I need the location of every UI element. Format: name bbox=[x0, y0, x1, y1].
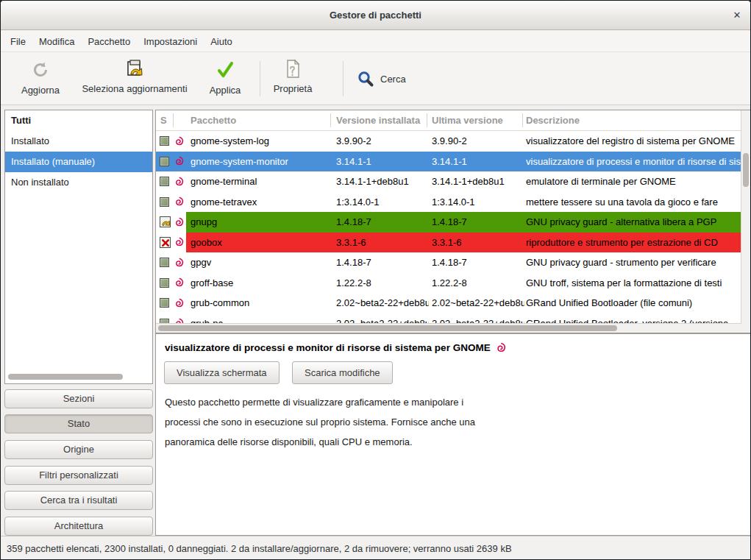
filter-item-installato-manuale[interactable]: Installato (manuale) bbox=[5, 152, 152, 172]
filter-item-installato[interactable]: Installato bbox=[5, 131, 152, 152]
download-changelog-button[interactable]: Scarica modifiche bbox=[292, 361, 393, 384]
col-header-installed-version[interactable]: Versione installata bbox=[336, 110, 426, 130]
origin-button[interactable]: Origine bbox=[4, 440, 153, 459]
debian-swirl-icon bbox=[174, 131, 186, 152]
properties-button[interactable]: Proprietà bbox=[267, 58, 318, 99]
installed-status-icon bbox=[160, 298, 169, 308]
toolbar-separator bbox=[260, 61, 260, 96]
filter-list-hscrollbar-thumb[interactable] bbox=[8, 374, 123, 380]
table-vscrollbar bbox=[741, 110, 750, 333]
col-header-status[interactable]: S bbox=[160, 110, 172, 130]
mark-all-upgrades-button[interactable]: Seleziona aggiornamenti bbox=[73, 58, 196, 99]
menu-impostazioni[interactable]: Impostazioni bbox=[137, 31, 204, 52]
installed-version: 1.4.18-7 bbox=[336, 212, 429, 233]
package-row[interactable]: grub-common2.02~beta2-22+deb8u12.02~beta… bbox=[156, 293, 741, 313]
search-button[interactable]: Cerca bbox=[351, 67, 412, 91]
main-area: Tutti Installato Installato (manuale) No… bbox=[1, 105, 750, 536]
apply-button[interactable]: Applica bbox=[201, 58, 249, 99]
architecture-button[interactable]: Architettura bbox=[4, 517, 153, 536]
menubar: File Modifica Pacchetto Impostazioni Aiu… bbox=[1, 31, 750, 52]
debian-swirl-icon bbox=[174, 171, 186, 192]
installed-status-icon bbox=[160, 258, 169, 267]
package-description: GNU troff, sistema per la formattazione … bbox=[526, 273, 741, 294]
latest-version: 2.02~beta2-22+deb8u1 bbox=[432, 293, 524, 313]
statusbar: 359 pacchetti elencati, 2300 installati,… bbox=[1, 536, 750, 560]
menu-file[interactable]: File bbox=[4, 31, 32, 52]
package-row[interactable]: groff-base1.22.2-81.22.2-8GNU troff, sis… bbox=[156, 273, 741, 294]
filter-item-tutti[interactable]: Tutti bbox=[5, 110, 152, 131]
col-header-package[interactable]: Pacchetto bbox=[191, 110, 329, 130]
package-manager-window: Gestore di pacchetti ✕ File Modifica Pac… bbox=[0, 0, 751, 560]
latest-version: 2.02~beta2-22+deb8u1 bbox=[432, 313, 524, 325]
latest-version: 3.14.1-1 bbox=[432, 152, 524, 172]
table-hscrollbar bbox=[156, 323, 741, 333]
details-text-line: panoramica delle risorse disponibili, qu… bbox=[165, 436, 413, 447]
debian-swirl-icon bbox=[174, 152, 186, 172]
details-text-line: Questo pacchetto permette di visualizzar… bbox=[165, 397, 463, 408]
marked-remove-icon bbox=[160, 237, 171, 248]
package-name: gnome-tetravex bbox=[191, 192, 329, 213]
latest-version: 3.14.1-1+deb8u1 bbox=[432, 171, 524, 192]
table-vscrollbar-thumb[interactable] bbox=[743, 153, 749, 187]
latest-version: 1.4.18-7 bbox=[432, 252, 524, 273]
latest-version: 1.4.18-7 bbox=[432, 212, 524, 233]
custom-filters-button[interactable]: Filtri personalizzati bbox=[4, 466, 153, 485]
menu-pacchetto[interactable]: Pacchetto bbox=[81, 31, 137, 52]
debian-swirl-icon bbox=[174, 233, 186, 253]
installed-version: 3.14.1-1 bbox=[336, 152, 429, 172]
latest-version: 3.3.1-6 bbox=[432, 233, 524, 253]
filter-item-non-installato[interactable]: Non installato bbox=[5, 172, 152, 193]
package-row[interactable]: gnome-system-log3.9.90-23.9.90-2visualiz… bbox=[156, 131, 741, 152]
menu-aiuto[interactable]: Aiuto bbox=[204, 31, 239, 52]
close-icon[interactable]: ✕ bbox=[730, 9, 744, 22]
package-name: gnome-system-log bbox=[191, 131, 329, 152]
installed-version: 1:3.14.0-1 bbox=[336, 192, 429, 213]
column-divider bbox=[173, 113, 174, 127]
statusbar-text: 359 pacchetti elencati, 2300 installati,… bbox=[7, 536, 512, 560]
package-name: goobox bbox=[191, 233, 329, 253]
menu-modifica[interactable]: Modifica bbox=[32, 31, 81, 52]
package-table: S Pacchetto Versione installata Ultima v… bbox=[155, 110, 751, 333]
debian-swirl-icon bbox=[174, 192, 186, 213]
package-description: GRand Unified Bootloader (file comuni) bbox=[526, 293, 741, 313]
status-button[interactable]: Stato bbox=[4, 414, 153, 433]
latest-version: 1.22.2-8 bbox=[432, 273, 524, 294]
properties-icon bbox=[267, 58, 318, 82]
package-row[interactable]: gnome-tetravex1:3.14.0-11:3.14.0-1metter… bbox=[156, 192, 741, 213]
package-row[interactable]: gpgv1.4.18-71.4.18-7GNU privacy guard - … bbox=[156, 252, 741, 273]
debian-swirl-icon bbox=[174, 293, 186, 313]
table-header: S Pacchetto Versione installata Ultima v… bbox=[156, 110, 750, 131]
package-description: visualizzatore di processi e monitor di … bbox=[526, 152, 741, 172]
package-name: groff-base bbox=[191, 273, 329, 294]
package-row[interactable]: gnome-terminal3.14.1-1+deb8u13.14.1-1+de… bbox=[156, 171, 741, 192]
titlebar: Gestore di pacchetti ✕ bbox=[1, 1, 750, 30]
debian-swirl-icon bbox=[174, 313, 186, 325]
reload-button[interactable]: Aggiorna bbox=[14, 58, 67, 99]
col-header-description[interactable]: Descrizione bbox=[526, 110, 739, 130]
search-results-button[interactable]: Cerca tra i risultati bbox=[4, 491, 153, 510]
debian-swirl-icon bbox=[174, 273, 186, 294]
package-description: riproduttore e strumento per estrazione … bbox=[526, 233, 741, 253]
view-screenshot-button[interactable]: Visualizza schermata bbox=[164, 361, 280, 384]
package-name: grub-common bbox=[191, 293, 329, 313]
package-description: emulatore di terminale per GNOME bbox=[526, 171, 741, 192]
details-text-line: processi che sono in esecuzione sul prop… bbox=[165, 417, 475, 428]
installed-status-icon bbox=[160, 278, 169, 288]
col-header-latest-version[interactable]: Ultima versione bbox=[432, 110, 522, 130]
package-row[interactable]: gnome-system-monitor3.14.1-13.14.1-1visu… bbox=[156, 152, 741, 172]
package-description: GNU privacy guard - strumento per verifi… bbox=[526, 252, 741, 273]
package-row[interactable]: grub-pc2.02~beta2-22+deb8u12.02~beta2-22… bbox=[156, 313, 741, 325]
window-title: Gestore di pacchetti bbox=[1, 1, 750, 30]
installed-version: 2.02~beta2-22+deb8u1 bbox=[336, 313, 429, 325]
latest-version: 3.9.90-2 bbox=[432, 131, 524, 152]
column-divider bbox=[330, 113, 331, 127]
sections-button[interactable]: Sezioni bbox=[4, 389, 153, 408]
marked-upgrade-icon bbox=[160, 216, 171, 227]
reload-icon bbox=[14, 60, 67, 83]
package-name: grub-pc bbox=[191, 313, 329, 325]
table-hscrollbar-thumb[interactable] bbox=[158, 325, 617, 331]
package-row[interactable]: gnupg1.4.18-71.4.18-7GNU privacy guard -… bbox=[156, 212, 741, 233]
filter-list-hscrollbar bbox=[8, 374, 146, 380]
package-row[interactable]: goobox3.3.1-63.3.1-6riproduttore e strum… bbox=[156, 233, 741, 253]
package-name: gnupg bbox=[191, 212, 329, 233]
